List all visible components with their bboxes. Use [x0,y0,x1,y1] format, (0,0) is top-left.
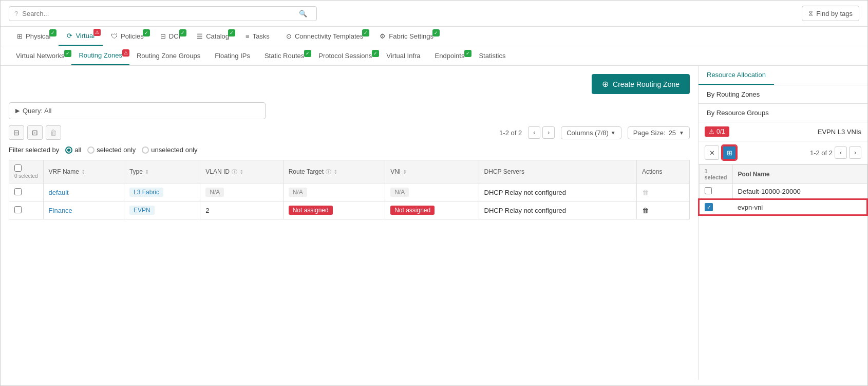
connectivity-tab-badge: ✓ [362,29,369,36]
filter-all-radio[interactable] [65,146,72,154]
col-header-type: Type⇕ [124,160,200,183]
row-checkbox-default[interactable] [14,188,22,195]
vlan-badge-default: N/A [205,188,224,197]
create-routing-zone-button[interactable]: ⊕ Create Routing Zone [592,74,690,94]
subtab-floating-ips[interactable]: Floating IPs [207,47,257,65]
delete-button[interactable]: 🗑 [46,125,61,140]
pool-table: 1 selected Pool Name Default-10000-20000 [699,164,867,215]
panel-prev-button[interactable]: ‹ [835,146,847,159]
tab-physical[interactable]: ⊞ Physical ✓ [9,27,59,45]
subtab-protocol-sessions[interactable]: Protocol Sessions ✓ [311,47,379,65]
panel-toolbar: ✕ ⊞ 1-2 of 2 ‹ › [699,141,867,164]
subtab-virtual-networks[interactable]: Virtual Networks ✓ [9,47,71,65]
vn-badge: ✓ [64,50,71,57]
type-badge-default: L3 Fabric [129,188,163,197]
col-header-vrf-name: VRF Name⇕ [43,160,124,183]
csv-icon: ⊟ [13,128,20,137]
panel-pagination: 1-2 of 2 ‹ › [810,146,861,159]
json-icon: ⊡ [32,128,38,137]
search-container[interactable]: ? 🔍 [9,6,317,21]
select-all-checkbox[interactable] [14,164,22,172]
type-sort-icon[interactable]: ⇕ [145,169,149,175]
panel-by-routing-zones[interactable]: By Routing Zones [699,85,867,104]
col-header-vni: VNI⇕ [385,160,479,183]
filter-all-option[interactable]: all [65,146,81,154]
subtab-routing-zones[interactable]: Routing Zones ⚠ [71,46,129,65]
tab-tasks[interactable]: ≡ Tasks [237,27,278,45]
dci-tab-badge: ✓ [179,29,186,36]
main-content: ⊕ Create Routing Zone ▶ Query: All ⊟ ⊡ [1,66,698,380]
virtual-tab-badge: ⚠ [93,29,101,36]
subtab-routing-zone-groups[interactable]: Routing Zone Groups [129,47,207,65]
pool-name-evpn-vni: evpn-vni [732,199,867,215]
next-page-button[interactable]: › [542,126,555,139]
dci-icon: ⊟ [160,32,166,40]
tab-dci[interactable]: ⊟ DCI ✓ [152,27,188,45]
tab-fabric-settings[interactable]: ⚙ Fabric Settings ✓ [371,27,442,45]
subtab-statistics[interactable]: Statistics [471,47,513,65]
pagination-info: 1-2 of 2 [499,129,522,137]
search-input[interactable] [22,10,299,17]
fabric-tab-badge: ✓ [432,29,440,36]
table-row: Finance EVPN 2 Not assigned Not assigned… [9,201,690,219]
rt-info-icon: ⓘ [326,168,331,176]
pool-checked-icon[interactable]: ✓ [705,203,713,211]
search-icon: ? [14,10,18,17]
evpn-warning-badge[interactable]: ⚠ 0/1 [705,126,729,137]
prev-page-button[interactable]: ‹ [528,126,540,139]
table-actions: ⊟ ⊡ 🗑 [9,125,61,140]
filter-unselected-radio[interactable] [142,146,149,154]
panel-tab-resource-allocation[interactable]: Resource Allocation [699,66,774,85]
subtab-virtual-infra[interactable]: Virtual Infra [379,47,427,65]
filter-selected-radio[interactable] [87,146,95,154]
vrf-name-link-default[interactable]: default [49,189,69,196]
type-badge-finance: EVPN [129,206,155,215]
rt-badge-default: N/A [289,188,307,197]
vlan-sort-icon[interactable]: ⇕ [239,169,243,175]
right-panel: Resource Allocation By Routing Zones By … [698,66,867,380]
pool-name-default: Default-10000-20000 [732,184,867,200]
page-size-selector[interactable]: Page Size: 25 ▼ [628,126,690,139]
tab-connectivity-templates[interactable]: ⊙ Connectivity Templates ✓ [278,27,371,45]
subtab-endpoints[interactable]: Endpoints ✓ [428,47,472,65]
panel-add-button[interactable]: ⊞ [722,145,737,160]
vni-sort-icon[interactable]: ⇕ [403,169,407,175]
catalog-icon: ☰ [197,32,203,40]
page-size-chevron-icon: ▼ [679,130,684,136]
col-header-route-target: Route Targetⓘ⇕ [283,160,385,183]
filter-selected-row: Filter selected by all selected only uns… [9,146,690,154]
subtab-static-routes[interactable]: Static Routes ✓ [257,47,311,65]
export-json-button[interactable]: ⊡ [27,125,43,140]
actions-finance[interactable]: 🗑 [642,207,649,214]
panel-by-resource-groups[interactable]: By Resource Groups [699,104,867,122]
row-checkbox-finance[interactable] [14,206,22,213]
vni-badge-default: N/A [390,188,409,197]
query-bar[interactable]: ▶ Query: All [9,102,266,119]
columns-button[interactable]: Columns (7/8) ▼ [561,126,621,139]
vni-badge-finance: Not assigned [390,206,435,215]
col-header-dhcp: DHCP Servers [479,160,637,183]
settings-icon: ⚙ [380,32,386,40]
find-by-tags-button[interactable]: ⧖ Find by tags [802,6,859,21]
tab-policies[interactable]: 🛡 Policies ✓ [103,27,152,45]
policies-tab-badge: ✓ [143,29,150,36]
panel-next-button[interactable]: › [849,146,861,159]
filter-selected-only-option[interactable]: selected only [87,146,136,154]
trash-icon: 🗑 [50,128,57,137]
physical-tab-badge: ✓ [49,29,56,36]
export-csv-button[interactable]: ⊟ [9,125,24,140]
pool-checkbox-default[interactable] [705,187,712,194]
tab-catalog[interactable]: ☰ Catalog ✓ [188,27,237,45]
chevron-down-icon: ▼ [611,130,616,136]
tab-virtual[interactable]: ⟳ Virtual ⚠ [59,27,103,46]
filter-unselected-option[interactable]: unselected only [142,146,197,154]
panel-remove-button[interactable]: ✕ [705,145,719,160]
vrf-name-link-finance[interactable]: Finance [49,207,72,214]
evpn-title: EVPN L3 VNIs [818,128,861,136]
col-header-vlan-id: VLAN IDⓘ⇕ [200,160,283,183]
evpn-header: ⚠ 0/1 EVPN L3 VNIs [699,122,867,141]
dhcp-finance: DHCP Relay not configured [484,207,566,214]
rt-sort-icon[interactable]: ⇕ [333,169,337,175]
vrf-sort-icon[interactable]: ⇕ [81,169,85,175]
ep-badge: ✓ [464,50,471,57]
